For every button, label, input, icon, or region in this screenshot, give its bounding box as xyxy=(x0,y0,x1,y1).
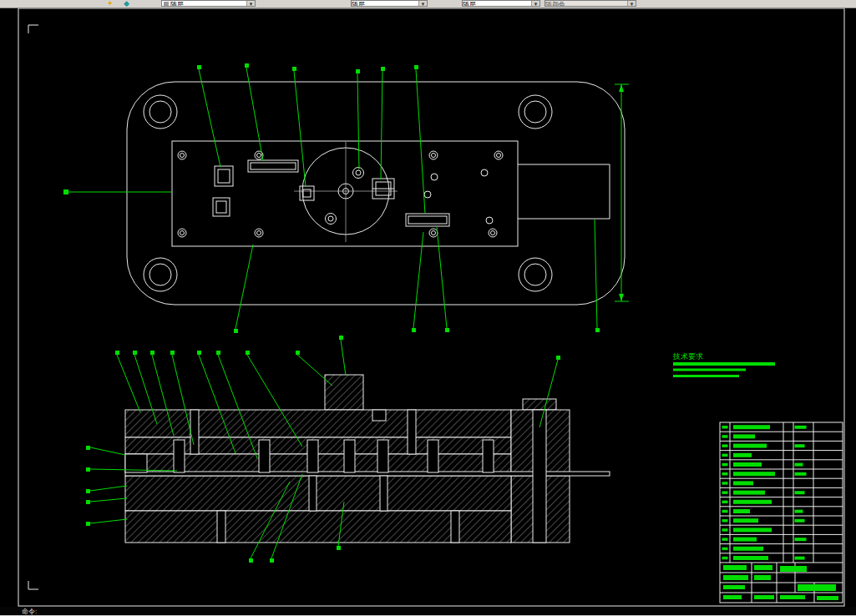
part-note-bar xyxy=(795,463,803,467)
drawing-canvas[interactable]: 技术要求 xyxy=(0,0,856,616)
part-seq-bar xyxy=(722,557,728,560)
part-seq-bar xyxy=(722,548,728,551)
part-name-bar xyxy=(733,500,772,504)
part-seq-bar xyxy=(722,444,728,447)
tech-req-text-bar xyxy=(673,375,739,377)
part-seq-bar xyxy=(722,501,728,504)
part-note-bar xyxy=(795,510,803,513)
command-prompt: 命令: xyxy=(22,608,37,615)
lineweight-combo-value: 随层 xyxy=(463,1,531,6)
part-seq-bar xyxy=(722,538,728,541)
part-name-bar xyxy=(733,556,768,560)
part-note-bar xyxy=(795,557,805,560)
plotstyle-combo[interactable]: 随颜色 ▼ xyxy=(544,0,636,7)
chevron-down-icon[interactable]: ▼ xyxy=(627,1,636,6)
part-seq-bar xyxy=(722,454,728,457)
part-name-bar xyxy=(733,547,763,551)
part-seq-bar xyxy=(722,528,728,532)
color-swatch-icon xyxy=(164,2,169,6)
chevron-down-icon[interactable]: ▼ xyxy=(531,1,539,6)
part-seq-bar xyxy=(722,519,728,523)
part-note-bar xyxy=(795,519,805,523)
part-note-bar xyxy=(795,472,807,476)
part-name-bar xyxy=(733,444,767,448)
part-name-bar xyxy=(733,491,765,495)
command-line[interactable]: 命令: xyxy=(0,607,856,616)
part-seq-bar xyxy=(722,426,728,429)
star-icon[interactable]: ✦ xyxy=(107,0,114,8)
title-block xyxy=(720,422,843,603)
drawing-svg: 技术要求 xyxy=(0,0,856,616)
part-note-bar xyxy=(795,426,807,429)
part-note-bar xyxy=(795,538,807,541)
part-name-bar xyxy=(733,518,758,523)
color-combo-value: 随层 xyxy=(170,1,246,6)
part-name-bar xyxy=(733,462,762,467)
linetype-combo-value: 随层 xyxy=(352,1,418,6)
linetype-combo[interactable]: 随层 ▼ xyxy=(351,0,428,7)
plotstyle-combo-value: 随颜色 xyxy=(545,1,627,6)
part-name-bar xyxy=(733,509,750,513)
part-name-bar xyxy=(733,472,775,476)
tech-requirements: 技术要求 xyxy=(672,352,775,377)
part-seq-bar xyxy=(722,491,728,494)
tech-req-text-bar xyxy=(673,362,775,366)
part-seq-bar xyxy=(722,435,728,438)
part-name-bar xyxy=(733,538,757,542)
part-seq-bar xyxy=(722,482,728,485)
part-name-bar xyxy=(733,528,772,532)
part-seq-bar xyxy=(722,463,728,467)
tech-req-text-bar xyxy=(673,369,746,371)
part-name-bar xyxy=(733,425,770,429)
compass-icon[interactable]: ◆ xyxy=(124,0,129,8)
chevron-down-icon[interactable]: ▼ xyxy=(246,1,255,6)
tech-req-lines xyxy=(673,362,775,377)
part-seq-bar xyxy=(722,510,728,513)
top-view xyxy=(127,82,625,305)
tech-req-title: 技术要求 xyxy=(672,352,703,361)
section-view xyxy=(125,375,610,543)
cad-window: ✦ ◆ 随层 ▼ 随层 ▼ 随层 ▼ 随颜色 ▼ xyxy=(0,0,856,616)
part-seq-bar xyxy=(722,472,728,476)
color-combo[interactable]: 随层 ▼ xyxy=(161,0,256,7)
chevron-down-icon[interactable]: ▼ xyxy=(418,1,427,6)
toolbar: ✦ ◆ 随层 ▼ 随层 ▼ 随层 ▼ 随颜色 ▼ xyxy=(0,0,856,8)
part-name-bar xyxy=(733,453,752,457)
part-name-bar xyxy=(733,434,755,438)
part-note-bar xyxy=(795,444,805,447)
part-name-bar xyxy=(733,481,753,485)
lineweight-combo[interactable]: 随层 ▼ xyxy=(462,0,540,7)
part-note-bar xyxy=(795,491,805,494)
